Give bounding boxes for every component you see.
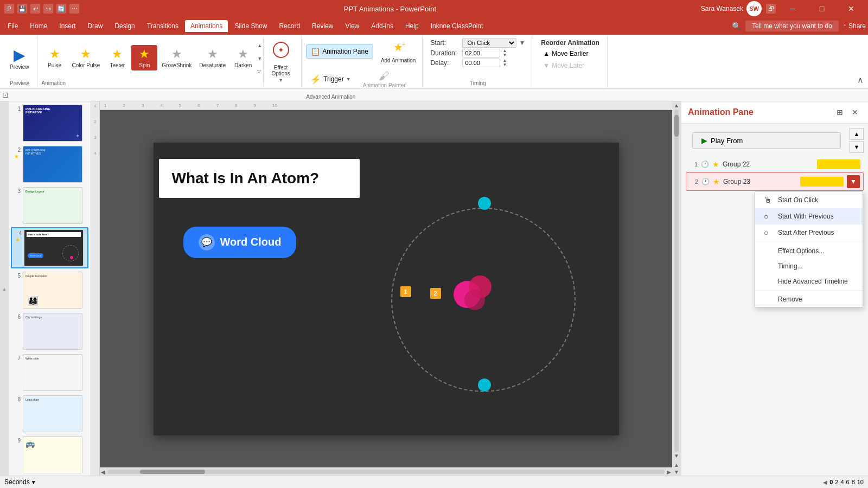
ribbon-expand-icon[interactable]: ⊡	[2, 91, 9, 99]
ctx-effect-options-label: Effect Options...	[778, 247, 824, 255]
play-from-button[interactable]: ▶ Play From	[692, 132, 841, 149]
duration-down[interactable]: ▼	[502, 53, 507, 57]
slide-4-info: 4 ★	[13, 229, 22, 243]
move-later-button[interactable]: ▼ Move Later	[541, 61, 599, 70]
canvas-scroll-vertical[interactable]: ▲ ▼ ▲ ▼	[672, 101, 681, 476]
ctx-hide-timeline[interactable]: Hide Advanced Timeline	[755, 274, 863, 289]
effect-options-button[interactable]: ✦ EffectOptions ▼	[268, 38, 294, 85]
animation-color-pulse[interactable]: ★ Color Pulse	[69, 45, 104, 70]
undo-icon[interactable]: ↩	[30, 4, 40, 14]
start-dropdown[interactable]: On Click With Previous After Previous	[462, 38, 516, 48]
start-dropdown-arrow[interactable]: ▼	[519, 39, 525, 47]
slide-thumb-7[interactable]: 7 ★ White slide	[11, 353, 88, 392]
minimize-button[interactable]: ─	[780, 0, 805, 17]
more-icon[interactable]: ⋯	[69, 4, 79, 14]
restore-icon[interactable]: 🗗	[766, 4, 776, 14]
delay-down[interactable]: ▼	[502, 63, 507, 67]
slide-thumb-5[interactable]: 5 ★ People illustration 👨‍👩‍👧	[11, 271, 88, 310]
slide-7-thumbnail: White slide	[23, 354, 82, 391]
animation-pane-button[interactable]: 📋 Animation Pane	[306, 44, 373, 59]
animation-painter-button[interactable]: 🖌 Animation Painter	[360, 68, 409, 91]
effect-options-arrow[interactable]: ▼	[278, 78, 283, 83]
animation-darken[interactable]: ★ Darken	[230, 45, 256, 70]
menu-classpoint[interactable]: Inknoe ClassPoint	[425, 20, 489, 32]
animation-spin[interactable]: ★ Spin	[131, 45, 157, 70]
save-icon[interactable]: 💾	[17, 4, 27, 14]
pane-up-button[interactable]: ▲	[850, 128, 864, 140]
menu-transitions[interactable]: Transitions	[142, 20, 184, 32]
redo-icon[interactable]: ↪	[43, 4, 53, 14]
scroll-right-btn[interactable]: ▶	[667, 469, 671, 475]
pane-order-arrows: ▲ ▼	[850, 128, 864, 153]
slide-thumb-6[interactable]: 6 ★ City buildings	[11, 312, 88, 351]
pane-down-button[interactable]: ▼	[850, 141, 864, 153]
scroll-left-btn[interactable]: ◀	[101, 469, 105, 475]
scroll-thumb-h[interactable]	[140, 470, 205, 474]
animation-teeter[interactable]: ★ Teeter	[104, 45, 130, 70]
color-pulse-star-icon: ★	[80, 47, 91, 61]
ctx-start-on-click[interactable]: 🖱 Start On Click	[755, 192, 863, 208]
move-earlier-button[interactable]: ▲ Move Earlier	[541, 49, 599, 59]
menu-animations[interactable]: Animations	[185, 20, 228, 32]
ctx-after-previous[interactable]: ○ Start After Previous	[755, 224, 863, 241]
animation-desaturate[interactable]: ★ Desaturate	[196, 45, 229, 70]
menu-view[interactable]: View	[340, 20, 365, 32]
preview-button[interactable]: ▶ Preview	[5, 44, 34, 72]
preview-label: Preview	[10, 64, 29, 70]
pane-scroll-down[interactable]: ▼	[674, 469, 679, 475]
search-bar[interactable]: Tell me what you want to do	[745, 21, 839, 31]
timeline-left-btn[interactable]: ◀	[823, 479, 827, 485]
anim-item-2[interactable]: 2 🕐 ★ Group 23 ▼ 🖱 Start On Click ○	[686, 172, 864, 191]
add-animation-button[interactable]: ★+ Add Animation	[378, 37, 419, 66]
trigger-button[interactable]: ⚡ Trigger ▼	[306, 72, 355, 87]
autosave-icon[interactable]: 🔄	[56, 4, 66, 14]
ribbon-collapse-button[interactable]: ∧	[855, 74, 866, 86]
slide-thumb-9[interactable]: 9 ★ 🚌	[11, 435, 88, 474]
scroll-more-btn[interactable]: ▽	[256, 68, 263, 75]
slide-thumb-1[interactable]: 1 ★ POLICARBAINEINITIATIVE ✦	[11, 104, 88, 143]
delay-input[interactable]	[462, 59, 500, 67]
scroll-up-btn[interactable]: ▲	[256, 42, 263, 49]
menu-record[interactable]: Record	[273, 20, 305, 32]
pane-close-button[interactable]: ✕	[848, 106, 861, 119]
pane-scroll-up[interactable]: ▲	[674, 462, 679, 468]
slide-thumb-8[interactable]: 8 ★ Lines chart	[11, 394, 88, 433]
menu-review[interactable]: Review	[307, 20, 339, 32]
menu-slideshow[interactable]: Slide Show	[229, 20, 272, 32]
ctx-with-previous[interactable]: ○ Start With Previous	[755, 208, 863, 224]
anim-item-1[interactable]: 1 🕐 ★ Group 22	[686, 157, 864, 171]
start-label: Start:	[430, 39, 460, 47]
panel-scroll-top: ▲	[0, 101, 9, 476]
pane-expand-button[interactable]: ⊞	[833, 106, 846, 119]
word-cloud-button[interactable]: 💬 Word Cloud	[183, 227, 297, 258]
main-area: ▲ 1 ★ POLICARBAINEINITIATIVE ✦ 2 ★ POLIC…	[0, 101, 868, 476]
menu-addins[interactable]: Add-ins	[366, 20, 399, 32]
menu-home[interactable]: Home	[24, 20, 53, 32]
share-button[interactable]: ↑ Share	[843, 22, 866, 30]
anim-item-2-dropdown[interactable]: ▼	[847, 175, 860, 188]
slide-canvas[interactable]: What Is In An Atom? 💬 Word Cloud 1	[154, 143, 619, 435]
scroll-down-btn[interactable]: ▼	[256, 55, 263, 62]
canvas-scroll-horizontal[interactable]: ◀ ▶	[100, 467, 672, 476]
slide-thumb-2[interactable]: 2 ★ POLICARBAINEINITIATIVES	[11, 145, 88, 184]
maximize-button[interactable]: □	[809, 0, 834, 17]
duration-input[interactable]	[462, 49, 500, 57]
ctx-timing[interactable]: Timing...	[755, 259, 863, 274]
search-icon[interactable]: 🔍	[732, 22, 741, 30]
scroll-thumb-v[interactable]	[674, 115, 679, 137]
menu-help[interactable]: Help	[400, 20, 424, 32]
animation-grow-shrink[interactable]: ★ Grow/Shrink	[158, 45, 195, 70]
menu-file[interactable]: File	[2, 20, 23, 32]
slide-thumb-3[interactable]: 3 ★ Design Layout	[11, 186, 88, 225]
ctx-remove[interactable]: Remove	[755, 292, 863, 307]
menu-insert[interactable]: Insert	[54, 20, 81, 32]
scroll-down-arrow[interactable]: ▼	[674, 453, 679, 459]
seconds-dropdown[interactable]: Seconds ▼	[4, 478, 36, 486]
scroll-up-arrow[interactable]: ▲	[674, 102, 679, 108]
ctx-effect-options[interactable]: Effect Options...	[755, 243, 863, 259]
menu-design[interactable]: Design	[109, 20, 140, 32]
menu-draw[interactable]: Draw	[82, 20, 108, 32]
close-button[interactable]: ✕	[839, 0, 864, 17]
animation-pulse[interactable]: ★ Pulse	[42, 45, 68, 70]
slide-thumb-4[interactable]: 4 ★ What Is In An Atom? Word Cloud	[11, 227, 88, 268]
